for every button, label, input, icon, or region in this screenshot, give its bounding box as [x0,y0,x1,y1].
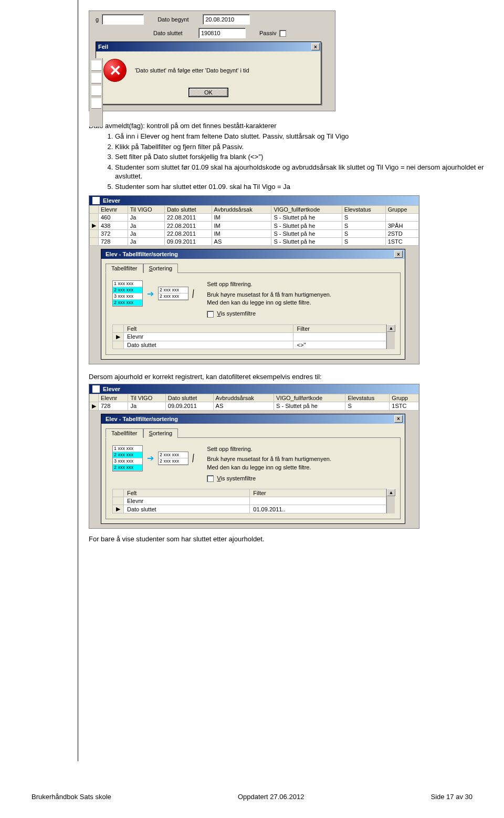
col-elevnr[interactable]: Elevnr [99,206,128,214]
tab-tabellfilter[interactable]: Tabellfilter [106,264,143,273]
field-g-label: g [96,16,99,23]
left-record-strip [89,58,103,127]
tab-sortering-2[interactable]: Sortering [143,428,178,438]
hint-body-2: Bruk høyre musetast for å få fram hurtig… [207,455,331,471]
passiv-label: Passiv [259,30,276,36]
wand-icon: ⁄ [190,453,197,464]
passiv-checkbox[interactable] [279,30,286,37]
dato-sluttet-value[interactable]: 190810 [198,28,246,38]
instruction-list: Gå inn i Elever og hent fram feltene Dat… [115,132,494,191]
app-icon [92,197,100,204]
ok-button[interactable]: OK [189,88,228,97]
filter-illustration: 1 xxx xxx 2 xxx xxx 3 xxx xxx 2 xxx xxx … [112,445,194,471]
close-icon[interactable]: × [311,43,320,50]
elever-title-2: Elever [103,386,120,392]
vis-systemfiltre-label-2: Vis systemfiltre [217,475,256,483]
table-row: ▶728Ja09.09.2011ASS - Sluttet på heS1STC [90,402,419,410]
app-icon [92,385,100,393]
vis-systemfiltre-checkbox-2[interactable] [207,475,214,482]
close-icon[interactable]: × [394,415,403,423]
filter-dialog: Elev - Tabellfilter/sortering × Tabellfi… [101,249,405,360]
step-4: Studenter som sluttet før 01.09 skal ha … [115,163,494,181]
col-dato[interactable]: Dato sluttet [165,206,212,214]
footer-left: Brukerhåndbok Sats skole [32,793,111,801]
col-gruppe[interactable]: Gruppe [385,206,418,214]
table-row: ▶438Ja22.08.2011IMS - Sluttet på heS3PÅH [90,222,419,230]
footer-mid: Oppdatert 27.06.2012 [238,793,304,801]
col-fullfort[interactable]: VIGO_fullførtkode [271,206,342,214]
filter-dialog-title-2: Elev - Tabellfilter/sortering [106,416,178,422]
table-row: 460Ja22.08.2011IMS - Sluttet på heS [90,214,419,222]
step-1: Gå inn i Elever og hent fram feltene Dat… [115,132,494,141]
col-tilvigo[interactable]: Til VIGO [128,206,164,214]
tab-sortering[interactable]: Sortering [143,264,178,273]
filter-dialog-title: Elev - Tabellfilter/sortering [106,251,178,257]
vis-systemfiltre-label: Vis systemfiltre [217,310,256,318]
field-g-value[interactable] [102,14,144,25]
hint-body: Bruk høyre musetast for å få fram hurtig… [207,291,331,307]
intro-text: Dato avmeldt(fag): kontroll på om det fi… [89,122,494,130]
scroll-up-icon[interactable]: ▲ [387,489,395,496]
dato-sluttet-label: Dato sluttet [153,30,195,36]
hint-title: Sett opp filtrering. [207,280,331,288]
elever-title: Elever [103,197,120,204]
filter-dialog-2: Elev - Tabellfilter/sortering × Tabellfi… [101,414,405,525]
form-dato-screenshot: g Dato begynt 20.08.2010 Dato sluttet 19… [89,11,335,111]
dato-begynt-value[interactable]: 20.08.2010 [203,14,250,25]
elever-window: Elever Elevnr Til VIGO Dato sluttet Avbr… [89,195,419,364]
filter-grid: FeltFilter ▶Elevnr Dato sluttet<>'' [112,324,386,349]
footer-right: Side 17 av 30 [430,793,472,801]
elever-window-2: Elever Elevnr Til VIGO Dato sluttet Avbr… [89,384,419,529]
error-dialog: Feil × ✕ 'Dato sluttet' må følge etter '… [96,41,321,104]
elever-grid: Elevnr Til VIGO Dato sluttet Avbruddsårs… [89,205,419,246]
filter-illustration: 1 xxx xxx 2 xxx xxx 3 xxx xxx 2 xxx xxx … [112,280,194,307]
error-dialog-title: Feil [98,44,108,50]
hint-title-2: Sett opp filtrering. [207,445,331,453]
mid-paragraph: Dersom ajourhold er korrekt registrert, … [89,373,494,381]
vis-systemfiltre-checkbox[interactable] [207,311,214,318]
end-paragraph: For bare å vise studenter som har slutte… [89,535,494,543]
scroll-up-icon[interactable]: ▲ [387,324,395,332]
filter-grid-2: FeltFilter Elevnr ▶Dato sluttet01.09.201… [112,489,386,513]
dato-begynt-label: Dato begynt [158,16,200,23]
error-message: 'Dato sluttet' må følge etter 'Dato begy… [135,67,249,74]
step-2: Klikk på Tabellfilter og fjern filter på… [115,142,494,152]
error-icon: ✕ [103,59,127,82]
tab-tabellfilter-2[interactable]: Tabellfilter [106,428,143,438]
step-5: Studenter som har sluttet etter 01.09. s… [115,182,494,192]
close-icon[interactable]: × [394,250,403,258]
col-status[interactable]: Elevstatus [342,206,385,214]
page-footer: Brukerhåndbok Sats skole Oppdatert 27.06… [32,793,472,811]
col-avbrudd[interactable]: Avbruddsårsak [212,206,271,214]
elever-grid-2: Elevnr Til VIGO Dato sluttet Avbruddsårs… [89,394,419,411]
table-row: 728Ja09.09.2011ASS - Sluttet på heS1STC [90,238,419,246]
wand-icon: ⁄ [190,288,197,299]
step-3: Sett filter på Dato sluttet forskjellig … [115,152,494,162]
table-row: 372Ja22.08.2011IMS - Sluttet på heS2STD [90,230,419,238]
